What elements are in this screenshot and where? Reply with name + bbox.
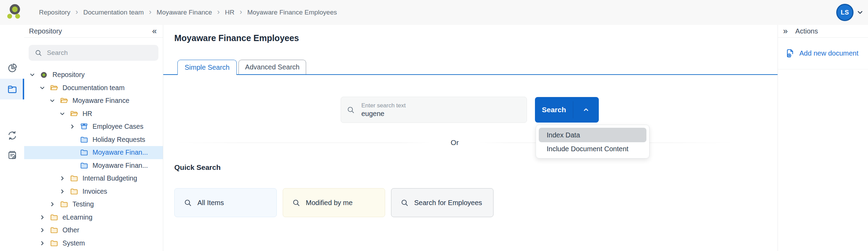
- breadcrumb-separator-icon: ›: [149, 8, 151, 17]
- chevron-right-icon[interactable]: [58, 187, 67, 196]
- chevron-down-icon[interactable]: [856, 9, 864, 16]
- breadcrumb-item[interactable]: Documentation team: [83, 9, 144, 16]
- tree-item-label: Internal Budgeting: [82, 174, 137, 182]
- search-button-label[interactable]: Search: [535, 97, 573, 123]
- tree-item-label: System: [62, 239, 85, 247]
- breadcrumb-item[interactable]: HR: [225, 9, 234, 16]
- tree-item-elearning[interactable]: eLearning: [24, 211, 163, 224]
- chevron-down-icon[interactable]: [38, 83, 47, 92]
- tree-item-system[interactable]: System: [24, 237, 163, 250]
- actions-header: » Actions: [778, 25, 868, 37]
- search-options-toggle[interactable]: [573, 97, 599, 123]
- tree-item-label: eLearning: [62, 213, 92, 221]
- rail-item-repository[interactable]: [0, 79, 24, 99]
- chevron-spacer: [68, 161, 77, 170]
- folder-open-icon: [59, 96, 68, 105]
- tree-item-testing[interactable]: Testing: [24, 198, 163, 211]
- tab-advanced-search[interactable]: Advanced Search: [238, 60, 306, 74]
- divider: [778, 37, 868, 38]
- chevron-right-icon[interactable]: [38, 226, 47, 235]
- quick-search-label: Search for Employees: [414, 199, 482, 207]
- chevron-right-icon[interactable]: [68, 122, 77, 131]
- expand-panel-icon[interactable]: »: [783, 27, 788, 35]
- divider-line: [174, 143, 432, 143]
- case-icon: [79, 122, 88, 131]
- quick-search-cards: All Items Modified by me Search for Empl…: [174, 188, 494, 217]
- chevron-down-icon[interactable]: [28, 70, 37, 79]
- user-menu[interactable]: LS: [836, 0, 864, 25]
- chevron-right-icon[interactable]: [38, 239, 47, 248]
- folder-closed-icon: [49, 226, 58, 235]
- chevron-right-icon[interactable]: [58, 174, 67, 183]
- menu-item-include-document-content[interactable]: Include Document Content: [539, 142, 646, 155]
- search-icon: [292, 199, 301, 207]
- quick-search-all-items[interactable]: All Items: [174, 188, 277, 217]
- main-content: Moyaware Finance Employees Simple Search…: [163, 25, 778, 251]
- search-button[interactable]: Search: [535, 97, 599, 123]
- search-tabs: Simple Search Advanced Search: [163, 60, 778, 75]
- folder-open-icon: [49, 83, 58, 92]
- tree-item-label: Invoices: [82, 187, 107, 195]
- chevron-right-icon[interactable]: [38, 213, 47, 222]
- quick-search-heading: Quick Search: [174, 163, 221, 172]
- app-logo: [3, 2, 23, 23]
- search-field-label: Enter search text: [361, 102, 510, 109]
- tree-item-documentation-team[interactable]: Documentation team: [24, 81, 163, 95]
- top-bar: Repository › Documentation team › Moyawa…: [0, 0, 868, 25]
- rail-item-reports[interactable]: [0, 58, 24, 78]
- tree-item-moyaware-finance-2[interactable]: Moyaware Finan...: [24, 159, 163, 172]
- tree-item-label: Repository: [52, 71, 85, 79]
- sidebar-search[interactable]: [29, 45, 158, 61]
- chevron-spacer: [68, 148, 77, 157]
- chevron-spacer: [68, 135, 77, 144]
- tree-item-label: Other: [62, 226, 79, 234]
- folder-closed-icon: [69, 174, 78, 183]
- tree-item-label: Employee Cases: [92, 123, 143, 131]
- module-rail: [0, 25, 24, 251]
- category-icon: [79, 161, 88, 170]
- folder-open-icon: [69, 109, 78, 118]
- sidebar-title: Repository: [29, 27, 62, 35]
- chevron-right-icon[interactable]: [48, 200, 57, 209]
- search-text-input[interactable]: [361, 110, 510, 118]
- breadcrumb: Repository › Documentation team › Moyawa…: [39, 0, 337, 25]
- category-icon: [79, 135, 88, 144]
- collapse-sidebar-icon[interactable]: «: [152, 27, 157, 35]
- quick-search-label: All Items: [197, 199, 224, 207]
- chevron-down-icon[interactable]: [48, 96, 57, 105]
- add-new-document-button[interactable]: Add new document: [778, 44, 868, 62]
- pie-chart-icon: [7, 63, 18, 74]
- menu-item-index-data[interactable]: Index Data: [539, 128, 646, 142]
- sidebar-header: Repository «: [24, 25, 163, 37]
- tree-item-label: Documentation team: [62, 84, 125, 92]
- folder-closed-icon: [59, 200, 68, 209]
- sidebar-search-input[interactable]: [47, 49, 147, 57]
- sync-icon: [7, 130, 18, 141]
- tree-item-other[interactable]: Other: [24, 224, 163, 237]
- tree-item-internal-budgeting[interactable]: Internal Budgeting: [24, 172, 163, 185]
- tree-item-employee-cases[interactable]: Employee Cases: [24, 120, 163, 133]
- tree-item-repository[interactable]: Repository: [24, 68, 163, 81]
- rail-item-workflow[interactable]: [0, 125, 24, 146]
- tree-item-hr[interactable]: HR: [24, 107, 163, 120]
- search-text-field[interactable]: Enter search text: [341, 97, 527, 123]
- avatar[interactable]: LS: [836, 4, 854, 21]
- breadcrumb-item[interactable]: Moyaware Finance: [157, 9, 212, 16]
- tree-item-holiday-requests[interactable]: Holiday Requests: [24, 133, 163, 146]
- tree-item-moyaware-finance[interactable]: Moyaware Finance: [24, 94, 163, 107]
- tab-simple-search[interactable]: Simple Search: [177, 60, 237, 75]
- rail-item-notes[interactable]: [0, 145, 24, 165]
- tree-item-invoices[interactable]: Invoices: [24, 185, 163, 198]
- search-icon: [184, 199, 192, 207]
- search-icon: [347, 106, 355, 114]
- search-icon: [400, 199, 409, 207]
- breadcrumb-item[interactable]: Repository: [39, 9, 70, 16]
- folder-closed-icon: [49, 213, 58, 222]
- quick-search-modified-by-me[interactable]: Modified by me: [283, 188, 385, 217]
- search-icon: [35, 49, 42, 57]
- tree-item-label: Moyaware Finan...: [92, 148, 148, 156]
- chevron-down-icon[interactable]: [58, 109, 67, 118]
- tree-item-moyaware-finance-employees[interactable]: Moyaware Finan...: [24, 146, 163, 159]
- quick-search-for-employees[interactable]: Search for Employees: [391, 188, 494, 217]
- breadcrumb-separator-icon: ›: [217, 8, 220, 17]
